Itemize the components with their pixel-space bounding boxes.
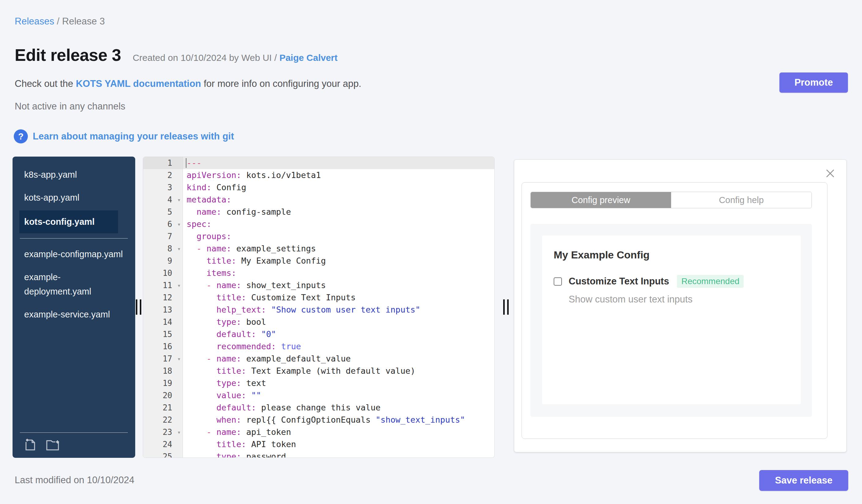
gutter-line-number[interactable]: 11▾ — [143, 279, 183, 291]
code-line-3[interactable]: 3kind: Config — [143, 181, 494, 194]
sidebar-editor-resize-handle[interactable] — [136, 300, 141, 315]
code-text[interactable]: title: Text Example (with default value) — [183, 365, 494, 377]
code-line-9[interactable]: 9 title: My Example Config — [143, 255, 494, 267]
code-text[interactable]: help_text: "Show custom user text inputs… — [183, 304, 494, 316]
add-folder-icon[interactable] — [45, 438, 61, 452]
kots-yaml-doc-link[interactable]: KOTS YAML documentation — [76, 78, 201, 89]
yaml-code-editor[interactable]: 1---2apiVersion: kots.io/v1beta13kind: C… — [143, 157, 495, 458]
code-text[interactable]: default: please change this value — [183, 401, 494, 414]
gutter-line-number[interactable]: 25 — [143, 450, 183, 458]
code-line-22[interactable]: 22 when: repl{{ ConfigOptionEquals "show… — [143, 414, 494, 426]
fold-arrow-icon[interactable]: ▾ — [178, 194, 181, 206]
gutter-line-number[interactable]: 12 — [143, 291, 183, 304]
question-mark-icon[interactable]: ? — [14, 129, 28, 143]
add-file-icon[interactable] — [23, 438, 37, 452]
gutter-line-number[interactable]: 5 — [143, 206, 183, 218]
code-line-20[interactable]: 20 value: "" — [143, 389, 494, 401]
code-text[interactable]: type: text — [183, 377, 494, 389]
gutter-line-number[interactable]: 2 — [143, 169, 183, 181]
gutter-line-number[interactable]: 14 — [143, 316, 183, 328]
gutter-line-number[interactable]: 10 — [143, 267, 183, 279]
gutter-line-number[interactable]: 19 — [143, 377, 183, 389]
code-line-10[interactable]: 10 items: — [143, 267, 494, 279]
tab-config-help[interactable]: Config help — [671, 192, 811, 208]
gutter-line-number[interactable]: 13 — [143, 304, 183, 316]
gutter-line-number[interactable]: 8▾ — [143, 242, 183, 255]
code-text[interactable]: - name: example_default_value — [183, 353, 494, 365]
code-text[interactable]: title: API token — [183, 438, 494, 450]
code-text[interactable]: - name: show_text_inputs — [183, 279, 494, 291]
gutter-line-number[interactable]: 16 — [143, 340, 183, 353]
code-line-24[interactable]: 24 title: API token — [143, 438, 494, 450]
code-line-6[interactable]: 6▾spec: — [143, 218, 494, 230]
promote-button[interactable]: Promote — [780, 72, 848, 93]
fold-arrow-icon[interactable]: ▾ — [178, 426, 181, 438]
code-text[interactable]: kind: Config — [183, 181, 494, 194]
gutter-line-number[interactable]: 23▾ — [143, 426, 183, 438]
code-line-2[interactable]: 2apiVersion: kots.io/v1beta1 — [143, 169, 494, 181]
gutter-line-number[interactable]: 6▾ — [143, 218, 183, 230]
code-line-7[interactable]: 7 groups: — [143, 230, 494, 242]
file-item-example-service.yaml[interactable]: example-service.yaml — [13, 303, 135, 326]
code-text[interactable]: spec: — [183, 218, 494, 230]
git-releases-link[interactable]: Learn about managing your releases with … — [33, 131, 234, 142]
code-line-16[interactable]: 16 recommended: true — [143, 340, 494, 353]
breadcrumb-releases-link[interactable]: Releases — [15, 16, 54, 27]
gutter-line-number[interactable]: 17▾ — [143, 353, 183, 365]
file-item-kots-app.yaml[interactable]: kots-app.yaml — [13, 186, 135, 209]
file-item-k8s-app.yaml[interactable]: k8s-app.yaml — [13, 163, 135, 186]
code-line-8[interactable]: 8▾ - name: example_settings — [143, 242, 494, 255]
code-text[interactable]: items: — [183, 267, 494, 279]
gutter-line-number[interactable]: 22 — [143, 414, 183, 426]
code-text[interactable]: type: bool — [183, 316, 494, 328]
code-text[interactable]: title: My Example Config — [183, 255, 494, 267]
close-icon[interactable] — [825, 168, 835, 178]
code-text[interactable]: name: config-sample — [183, 206, 494, 218]
code-text[interactable]: default: "0" — [183, 328, 494, 340]
code-text[interactable]: --- — [183, 157, 494, 169]
fold-arrow-icon[interactable]: ▾ — [178, 279, 181, 291]
code-text[interactable]: recommended: true — [183, 340, 494, 353]
editor-preview-resize-handle[interactable] — [503, 300, 509, 315]
code-line-12[interactable]: 12 title: Customize Text Inputs — [143, 291, 494, 304]
code-text[interactable]: - name: example_settings — [183, 242, 494, 255]
code-line-4[interactable]: 4▾metadata: — [143, 194, 494, 206]
code-line-25[interactable]: 25 type: password — [143, 450, 494, 458]
fold-arrow-icon[interactable]: ▾ — [178, 218, 181, 230]
code-line-13[interactable]: 13 help_text: "Show custom user text inp… — [143, 304, 494, 316]
gutter-line-number[interactable]: 21 — [143, 401, 183, 414]
file-item-kots-config.yaml[interactable]: kots-config.yaml — [19, 210, 118, 233]
code-line-21[interactable]: 21 default: please change this value — [143, 401, 494, 414]
code-text[interactable]: title: Customize Text Inputs — [183, 291, 494, 304]
code-line-17[interactable]: 17▾ - name: example_default_value — [143, 353, 494, 365]
code-text[interactable]: - name: api_token — [183, 426, 494, 438]
code-text[interactable]: when: repl{{ ConfigOptionEquals "show_te… — [183, 414, 494, 426]
fold-arrow-icon[interactable]: ▾ — [178, 242, 181, 255]
code-text[interactable]: groups: — [183, 230, 494, 242]
code-text[interactable]: value: "" — [183, 389, 494, 401]
gutter-line-number[interactable]: 9 — [143, 255, 183, 267]
code-text[interactable]: type: password — [183, 450, 494, 458]
file-item-example-configmap.yaml[interactable]: example-configmap.yaml — [13, 243, 135, 266]
gutter-line-number[interactable]: 20 — [143, 389, 183, 401]
gutter-line-number[interactable]: 15 — [143, 328, 183, 340]
gutter-line-number[interactable]: 7 — [143, 230, 183, 242]
code-text[interactable]: metadata: — [183, 194, 494, 206]
code-line-19[interactable]: 19 type: text — [143, 377, 494, 389]
code-line-5[interactable]: 5 name: config-sample — [143, 206, 494, 218]
save-release-button[interactable]: Save release — [759, 470, 848, 491]
gutter-line-number[interactable]: 18 — [143, 365, 183, 377]
code-line-1[interactable]: 1--- — [143, 157, 494, 169]
gutter-line-number[interactable]: 4▾ — [143, 194, 183, 206]
tab-config-preview[interactable]: Config preview — [531, 192, 671, 208]
created-author-link[interactable]: Paige Calvert — [279, 53, 337, 63]
code-line-18[interactable]: 18 title: Text Example (with default val… — [143, 365, 494, 377]
code-line-23[interactable]: 23▾ - name: api_token — [143, 426, 494, 438]
gutter-line-number[interactable]: 24 — [143, 438, 183, 450]
code-line-14[interactable]: 14 type: bool — [143, 316, 494, 328]
code-line-15[interactable]: 15 default: "0" — [143, 328, 494, 340]
gutter-line-number[interactable]: 3 — [143, 181, 183, 194]
file-item-example-deployment.yaml[interactable]: example-deployment.yaml — [13, 266, 135, 303]
gutter-line-number[interactable]: 1 — [143, 157, 183, 169]
code-line-11[interactable]: 11▾ - name: show_text_inputs — [143, 279, 494, 291]
